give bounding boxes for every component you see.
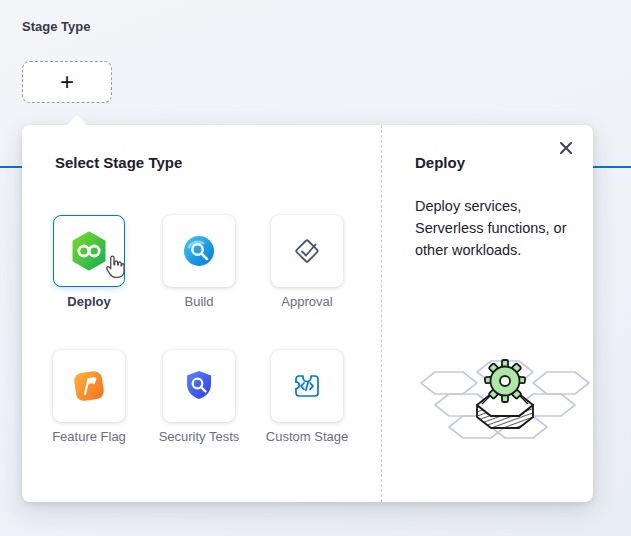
stage-card-deploy[interactable] <box>53 215 125 287</box>
security-shield-icon <box>181 368 217 404</box>
stage-label-security-tests[interactable]: Security Tests <box>144 429 254 445</box>
custom-stage-icon <box>288 367 326 405</box>
stage-card-feature-flag[interactable] <box>53 350 125 422</box>
select-stage-popover: Select Stage Type <box>22 125 593 502</box>
approval-check-icon <box>289 233 325 269</box>
stage-card-security-tests[interactable] <box>163 350 235 422</box>
stage-label-custom-stage[interactable]: Custom Stage <box>252 429 362 445</box>
stage-card-custom-stage[interactable] <box>271 350 343 422</box>
stage-label-feature-flag[interactable]: Feature Flag <box>34 429 144 445</box>
deploy-hexagon-icon <box>71 231 107 271</box>
stage-label-build[interactable]: Build <box>144 294 254 310</box>
popover-caret <box>67 115 87 135</box>
add-stage-button[interactable]: + <box>22 61 112 103</box>
stage-card-approval[interactable] <box>271 215 343 287</box>
detail-description: Deploy services, Serverless functions, o… <box>415 195 587 261</box>
stage-type-label: Stage Type <box>22 19 90 34</box>
stage-card-build[interactable] <box>163 215 235 287</box>
stage-label-deploy[interactable]: Deploy <box>34 294 144 310</box>
close-button[interactable] <box>555 137 577 159</box>
feature-flag-icon <box>70 367 108 405</box>
deploy-illustration <box>420 347 590 465</box>
detail-title: Deploy <box>415 154 465 171</box>
panel-divider <box>381 125 382 502</box>
popover-title: Select Stage Type <box>55 154 182 171</box>
plus-icon: + <box>60 68 74 96</box>
stage-label-approval[interactable]: Approval <box>252 294 362 310</box>
close-icon <box>558 140 574 156</box>
build-circle-icon <box>181 233 217 269</box>
